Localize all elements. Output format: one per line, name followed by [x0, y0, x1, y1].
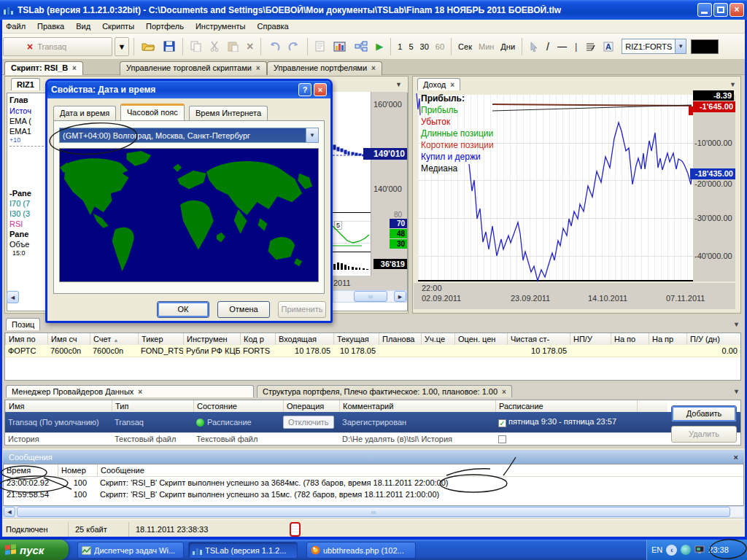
note-icon[interactable] — [312, 37, 328, 56]
close-button[interactable]: × — [729, 3, 744, 17]
riz1-label-i30[interactable]: I30 (3 — [8, 209, 49, 219]
schedule-checkbox-unchecked[interactable] — [498, 435, 506, 443]
providers-tab[interactable]: Менеджер Провайдеров Данных× — [6, 385, 254, 397]
col-header[interactable]: Тип — [112, 400, 193, 412]
message-row[interactable]: 21:59:58.54 100 Скрипт: 'RSI_B' Скрипт в… — [4, 489, 743, 500]
col-header-sorted[interactable]: Счет ▲ — [90, 333, 138, 345]
messages-titlebar[interactable]: Сообщения × — [3, 450, 744, 464]
riz1-label-volume[interactable]: Объе — [8, 239, 49, 249]
dialog-tab-internet-time[interactable]: Время Интернета — [189, 106, 268, 120]
schedule-checkbox[interactable]: ✓ — [498, 419, 506, 427]
interval-60[interactable]: 60 — [433, 42, 446, 51]
col-header[interactable]: Уч.це — [421, 333, 454, 345]
menu-file[interactable]: Файл — [0, 20, 31, 32]
col-header[interactable]: На пр — [649, 333, 686, 345]
riz1-label-ema[interactable]: EMA ( — [8, 116, 49, 126]
delete-icon[interactable]: × — [244, 37, 256, 56]
unit-sec[interactable]: Сек — [456, 42, 474, 51]
taskbar-item-browser[interactable]: ubbthreads.php (102... — [306, 542, 416, 559]
paste-icon[interactable] — [225, 37, 241, 56]
transaq-button[interactable]: × Transaq — [3, 37, 112, 56]
riz1-label-rsi[interactable]: RSI — [8, 219, 49, 229]
tab-close-icon[interactable]: × — [72, 64, 77, 72]
tray-collapse-icon[interactable]: ‹ — [666, 545, 677, 556]
tab-close-icon[interactable]: × — [502, 388, 506, 396]
indicator-icon[interactable] — [582, 37, 598, 56]
diagram-icon[interactable] — [352, 37, 371, 56]
menu-edit[interactable]: Правка — [31, 20, 70, 32]
cancel-button[interactable]: Отмена — [217, 301, 270, 318]
providers-panel-menu-icon[interactable]: ▼ — [733, 388, 740, 395]
start-button[interactable]: пуск — [0, 540, 69, 560]
riz1-tab[interactable]: RIZ1 — [11, 78, 40, 90]
col-header[interactable]: Имя по — [5, 333, 47, 345]
copy-icon[interactable] — [187, 37, 204, 56]
run-script-icon[interactable]: ▶ — [373, 37, 386, 56]
col-header[interactable]: Комментарий — [339, 400, 495, 412]
symbol-combo[interactable]: RIZ1:FORTS ▼ — [622, 39, 686, 54]
riz1-scroll-left-icon[interactable]: ◄ — [7, 291, 19, 303]
menu-help[interactable]: Справка — [252, 20, 295, 32]
tray-clock[interactable]: 23:38 — [708, 545, 729, 554]
menu-view[interactable]: Вид — [70, 20, 96, 32]
remove-provider-button[interactable]: Удалить — [671, 426, 737, 443]
riz1-label-i70[interactable]: I70 (7 — [8, 198, 49, 209]
messages-close-icon[interactable]: × — [734, 453, 738, 462]
unit-day[interactable]: Дни — [498, 42, 517, 51]
positions-tab[interactable]: Позиц — [6, 318, 40, 330]
positions-panel-menu-icon[interactable]: ▼ — [733, 321, 740, 328]
positions-row[interactable]: ФОРТС 7600c0n 7600c0n FOND_RTS Рубли РФ … — [5, 345, 740, 357]
col-header[interactable]: Номер — [58, 464, 97, 476]
income-panel-menu-icon[interactable]: ▼ — [729, 81, 736, 88]
col-header[interactable]: Тикер — [138, 333, 183, 345]
window-titlebar[interactable]: TSLab (версия 1.1.21.0:32bit) - C:\Docum… — [0, 0, 747, 20]
col-header[interactable]: Планова — [379, 333, 421, 345]
col-header[interactable]: Сообщение — [97, 464, 743, 476]
riz1-panel-menu-icon[interactable]: ▼ — [395, 81, 402, 88]
text-label-icon[interactable]: A — [600, 37, 616, 56]
taskbar-item-tslab[interactable]: TSLab (версия 1.1.2... — [188, 542, 298, 559]
dialog-tab-timezone[interactable]: Часовой пояс — [120, 104, 185, 120]
apply-button[interactable]: Применить — [278, 301, 326, 318]
line-tool-icon[interactable]: / — [543, 41, 552, 52]
income-tab[interactable]: Доход× — [417, 78, 460, 90]
col-header[interactable]: Имя — [5, 400, 112, 412]
riz1-label-source[interactable]: Источ — [8, 106, 49, 116]
cursor-tool-icon[interactable] — [527, 37, 541, 56]
timezone-combo[interactable]: (GMT+04:00) Волгоград, Москва, Санкт-Пет… — [59, 128, 319, 143]
menu-portfolio[interactable]: Портфель — [140, 20, 190, 32]
menu-tools[interactable]: Инструменты — [190, 20, 252, 32]
restore-button[interactable] — [713, 3, 728, 17]
messages-hscrollbar[interactable]: ◄ ııı — [3, 506, 744, 518]
tab-close-icon[interactable]: × — [138, 388, 142, 396]
col-header[interactable]: П/У (дн) — [686, 333, 740, 345]
redo-icon[interactable] — [285, 37, 303, 56]
portfolio-structure-tab[interactable]: Структура портфеля, Плечо фактическое: 1… — [257, 385, 512, 397]
add-provider-button[interactable]: Добавить — [671, 405, 737, 422]
save-icon[interactable] — [160, 37, 178, 56]
col-header[interactable]: Текущая — [333, 333, 379, 345]
vline-tool-icon[interactable]: | — [572, 41, 580, 52]
provider-row-transaq[interactable]: Transaq (По умолчанию) Transaq Расписани… — [5, 412, 740, 432]
messages-hscroll-left-icon[interactable]: ◄ — [4, 507, 15, 517]
col-header[interactable]: Операция — [283, 400, 339, 412]
dialog-close-button[interactable]: × — [314, 83, 327, 96]
tray-display-icon[interactable] — [694, 545, 705, 554]
symbol-combo-dropdown-icon[interactable]: ▼ — [675, 39, 686, 53]
col-header[interactable]: Время — [4, 464, 58, 476]
taskbar-item-taskmgr[interactable]: Диспетчер задач Wi... — [77, 542, 184, 559]
open-icon[interactable] — [139, 37, 158, 56]
col-header[interactable]: Состояние — [193, 400, 283, 412]
col-header[interactable]: НП/У — [570, 333, 611, 345]
menu-scripts[interactable]: Скрипты — [96, 20, 140, 32]
interval-30[interactable]: 30 — [418, 42, 431, 51]
col-header[interactable]: Входящая — [275, 333, 333, 345]
ok-button[interactable]: ОК — [157, 301, 209, 318]
riz1-hscroll-thumb[interactable]: ııı — [354, 291, 387, 302]
col-header[interactable]: Расписание — [495, 400, 637, 412]
interval-5[interactable]: 5 — [406, 42, 415, 51]
world-map[interactable] — [59, 148, 319, 282]
undo-icon[interactable] — [266, 37, 283, 56]
message-row[interactable]: 23:00:02.92 100 Скрипт: 'RSI_B' Скрипт в… — [4, 477, 743, 489]
transaq-dropdown[interactable]: ▼ — [115, 37, 129, 56]
